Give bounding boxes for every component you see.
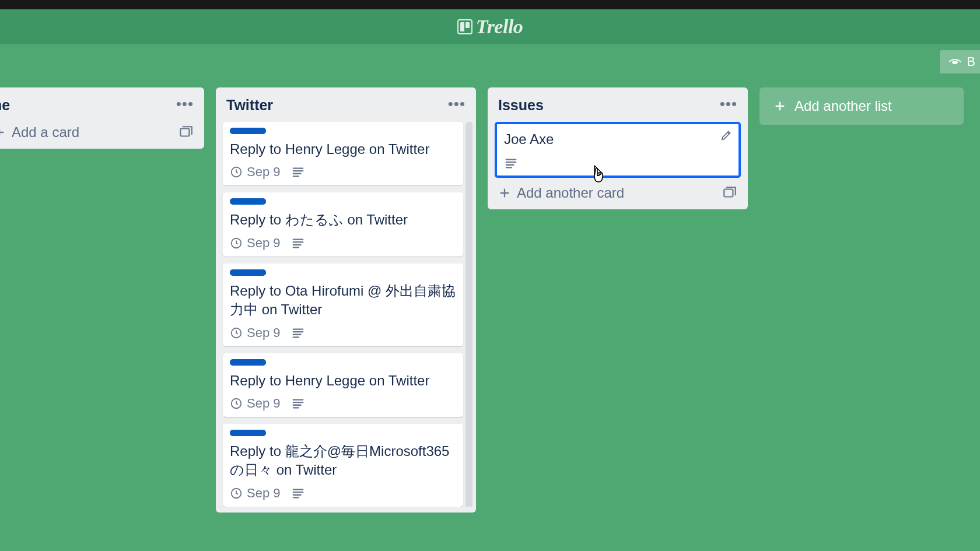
trello-logo-icon — [457, 19, 473, 34]
trello-logo[interactable]: Trello — [457, 16, 523, 38]
due-date-badge: Sep 9 — [230, 396, 281, 411]
list-issues: Issues ••• Joe Axe Add another card — [488, 87, 748, 209]
list-title[interactable]: Issues — [498, 97, 544, 114]
clock-icon — [230, 397, 243, 410]
clock-icon — [230, 327, 243, 339]
description-icon — [291, 327, 305, 339]
card[interactable]: Reply to Henry Legge on Twitter Sep 9 — [223, 353, 463, 417]
description-icon — [291, 166, 305, 178]
butler-button-label: B — [967, 54, 975, 69]
clock-icon — [230, 487, 243, 500]
template-icon[interactable] — [722, 185, 737, 201]
card-label-blue[interactable] — [230, 269, 266, 276]
due-date-badge: Sep 9 — [230, 486, 281, 501]
description-icon — [291, 237, 305, 250]
add-card-label: Add a card — [12, 124, 79, 141]
trello-header: Trello — [0, 9, 980, 44]
cards-container: Reply to Henry Legge on Twitter Sep 9 Re… — [219, 122, 473, 507]
add-card-label: Add another card — [517, 185, 624, 201]
svg-point-0 — [952, 61, 958, 64]
due-date-text: Sep 9 — [247, 236, 281, 251]
due-date-badge: Sep 9 — [230, 236, 281, 251]
card-label-blue[interactable] — [230, 198, 266, 205]
list-title[interactable]: Twitter — [226, 97, 273, 114]
add-another-card-button[interactable]: Add another card — [491, 178, 744, 203]
due-date-text: Sep 9 — [247, 325, 281, 341]
card[interactable]: Reply to わたるふ on Twitter Sep 9 — [223, 192, 463, 256]
card-title: Reply to Henry Legge on Twitter — [230, 371, 456, 390]
svg-rect-1 — [180, 129, 189, 136]
card-label-blue[interactable] — [230, 128, 266, 134]
board-canvas: ne ••• Add a card Twitter ••• Reply to H… — [0, 87, 980, 551]
plus-icon — [0, 126, 6, 139]
template-icon[interactable] — [178, 125, 194, 140]
card-selected[interactable]: Joe Axe — [495, 122, 741, 178]
board-header-bar: B — [0, 44, 980, 79]
card-title: Reply to Henry Legge on Twitter — [230, 140, 456, 159]
description-icon — [291, 397, 305, 410]
add-another-list-button[interactable]: Add another list — [760, 87, 964, 125]
browser-chrome-bar — [0, 0, 980, 9]
list-menu-button[interactable]: ••• — [176, 101, 194, 110]
due-date-badge: Sep 9 — [230, 164, 281, 180]
card[interactable]: Reply to 龍之介@毎日Microsoft365の日々 on Twitte… — [223, 424, 463, 507]
list-partial: ne ••• Add a card — [0, 87, 204, 149]
card-label-blue[interactable] — [230, 430, 266, 436]
plus-icon — [498, 187, 511, 199]
due-date-badge: Sep 9 — [230, 325, 281, 341]
add-card-button[interactable]: Add a card — [0, 122, 201, 143]
cards-container: Joe Axe — [491, 122, 744, 178]
list-title[interactable]: ne — [0, 97, 10, 114]
card-title: Reply to 龍之介@毎日Microsoft365の日々 on Twitte… — [230, 442, 456, 480]
card[interactable]: Reply to Ota Hirofumi @ 外出自粛協力中 on Twitt… — [223, 264, 463, 346]
description-icon — [291, 487, 305, 500]
list-menu-button[interactable]: ••• — [448, 101, 466, 110]
butler-icon — [948, 55, 962, 69]
butler-button[interactable]: B — [940, 50, 980, 73]
card-title: Joe Axe — [504, 130, 732, 149]
due-date-text: Sep 9 — [247, 396, 281, 411]
list-menu-button[interactable]: ••• — [720, 101, 737, 110]
card-title: Reply to Ota Hirofumi @ 外出自粛協力中 on Twitt… — [230, 282, 456, 320]
card-label-blue[interactable] — [230, 359, 266, 366]
plus-icon — [774, 100, 786, 113]
description-icon — [504, 157, 518, 170]
due-date-text: Sep 9 — [247, 164, 281, 180]
card[interactable]: Reply to Henry Legge on Twitter Sep 9 — [223, 122, 463, 185]
clock-icon — [230, 166, 243, 178]
card-title: Reply to わたるふ on Twitter — [230, 210, 456, 229]
svg-rect-7 — [724, 189, 733, 197]
clock-icon — [230, 237, 243, 250]
list-scrollbar[interactable] — [466, 122, 473, 507]
due-date-text: Sep 9 — [247, 486, 281, 501]
list-twitter: Twitter ••• Reply to Henry Legge on Twit… — [216, 87, 476, 513]
trello-logo-text: Trello — [476, 16, 523, 38]
edit-card-icon[interactable] — [720, 129, 733, 142]
add-list-label: Add another list — [794, 98, 892, 114]
